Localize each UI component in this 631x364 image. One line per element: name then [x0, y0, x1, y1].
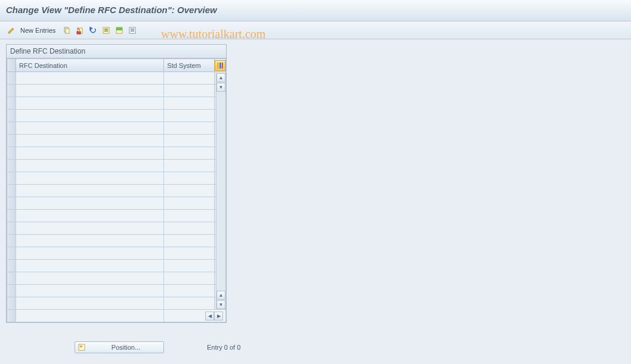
svg-rect-10	[131, 29, 134, 30]
table-row	[7, 160, 226, 172]
row-selector[interactable]	[7, 172, 16, 185]
scroll-left-button[interactable]: ◀	[205, 312, 214, 321]
row-selector[interactable]	[7, 285, 16, 297]
toolbar: New Entries	[0, 21, 631, 39]
delete-icon[interactable]	[75, 25, 85, 36]
svg-rect-12	[217, 63, 219, 69]
cell-std-system[interactable]	[164, 172, 214, 185]
cell-rfc-destination[interactable]	[16, 197, 164, 210]
table-settings-icon[interactable]	[215, 60, 225, 71]
row-selector[interactable]	[7, 160, 16, 172]
cell-std-system[interactable]	[164, 272, 214, 285]
data-grid: RFC Destination Std System	[7, 58, 226, 322]
column-header-selector[interactable]	[7, 59, 16, 72]
row-selector[interactable]	[7, 297, 16, 310]
row-selector[interactable]	[7, 97, 16, 110]
svg-rect-1	[66, 29, 69, 33]
row-selector[interactable]	[7, 72, 16, 85]
cell-rfc-destination[interactable]	[16, 97, 164, 110]
row-selector[interactable]	[7, 247, 16, 260]
cell-std-system[interactable]	[164, 72, 214, 85]
scroll-down-button[interactable]: ▼	[216, 300, 225, 309]
cell-rfc-destination[interactable]	[16, 235, 164, 247]
cell-rfc-destination[interactable]	[16, 172, 164, 185]
table-row	[7, 135, 226, 147]
row-selector[interactable]	[7, 135, 16, 147]
table-row	[7, 122, 226, 135]
table-row	[7, 247, 226, 260]
new-entries-button[interactable]: New Entries	[19, 27, 59, 34]
row-selector[interactable]	[7, 210, 16, 222]
select-all-icon[interactable]	[101, 25, 112, 36]
table-row	[7, 235, 226, 247]
undo-icon[interactable]	[88, 25, 98, 36]
cell-rfc-destination[interactable]	[16, 135, 164, 147]
row-selector[interactable]	[7, 197, 16, 210]
table-row	[7, 85, 226, 97]
cell-rfc-destination[interactable]	[16, 272, 164, 285]
cell-rfc-destination[interactable]	[16, 247, 164, 260]
table-row	[7, 260, 226, 272]
cell-rfc-destination[interactable]	[16, 260, 164, 272]
table-row	[7, 110, 226, 122]
row-selector[interactable]	[7, 185, 16, 197]
cell-std-system[interactable]	[164, 247, 214, 260]
table-row	[7, 172, 226, 185]
cell-std-system[interactable]	[164, 297, 214, 310]
cell-std-system[interactable]	[164, 110, 214, 122]
cell-rfc-destination[interactable]	[16, 147, 164, 160]
row-selector[interactable]	[7, 260, 16, 272]
cell-std-system[interactable]	[164, 235, 214, 247]
table-row	[7, 197, 226, 210]
cell-std-system[interactable]	[164, 210, 214, 222]
cell-rfc-destination[interactable]	[16, 160, 164, 172]
cell-std-system[interactable]	[164, 85, 214, 97]
cell-rfc-destination[interactable]	[16, 72, 164, 85]
column-header-std-system[interactable]: Std System	[164, 59, 214, 72]
cell-rfc-destination[interactable]	[16, 297, 164, 310]
cell-std-system[interactable]	[164, 97, 214, 110]
cell-rfc-destination[interactable]	[16, 210, 164, 222]
cell-std-system[interactable]	[164, 222, 214, 235]
scroll-down-button-upper[interactable]: ▼	[216, 83, 225, 92]
cell-rfc-destination[interactable]	[16, 110, 164, 122]
row-selector[interactable]	[7, 147, 16, 160]
position-button[interactable]: Position...	[75, 341, 164, 353]
row-selector[interactable]	[7, 122, 16, 135]
deselect-all-icon[interactable]	[127, 25, 138, 36]
cell-std-system[interactable]	[164, 197, 214, 210]
vertical-scrollbar[interactable]: ▲ ▼ ▲ ▼	[216, 73, 225, 309]
cell-std-system[interactable]	[164, 185, 214, 197]
row-selector[interactable]	[7, 110, 16, 122]
table-row	[7, 285, 226, 297]
cell-rfc-destination[interactable]	[16, 85, 164, 97]
cell-std-system[interactable]	[164, 135, 214, 147]
row-selector[interactable]	[7, 272, 16, 285]
cell-std-system[interactable]	[164, 285, 214, 297]
table-row	[7, 97, 226, 110]
column-header-rfc-destination[interactable]: RFC Destination	[16, 59, 164, 72]
cell-rfc-destination[interactable]	[16, 222, 164, 235]
select-block-icon[interactable]	[114, 25, 125, 36]
copy-icon[interactable]	[61, 25, 72, 36]
svg-rect-16	[80, 346, 82, 347]
table-panel: Define RFC Destination RFC Destination S…	[6, 44, 227, 323]
cell-rfc-destination[interactable]	[16, 122, 164, 135]
scroll-up-button-lower[interactable]: ▲	[216, 291, 225, 300]
cell-rfc-destination[interactable]	[16, 185, 164, 197]
panel-title: Define RFC Destination	[7, 45, 226, 58]
scroll-up-button[interactable]: ▲	[216, 73, 225, 82]
cell-std-system[interactable]	[164, 160, 214, 172]
cell-std-system[interactable]	[164, 260, 214, 272]
scroll-right-button[interactable]: ▶	[214, 312, 223, 321]
pencil-icon[interactable]	[6, 25, 17, 36]
table-row	[7, 185, 226, 197]
row-selector[interactable]	[7, 235, 16, 247]
row-selector[interactable]	[7, 222, 16, 235]
cell-std-system[interactable]	[164, 122, 214, 135]
row-selector[interactable]	[7, 85, 16, 97]
cell-std-system[interactable]	[164, 147, 214, 160]
svg-rect-5	[104, 29, 108, 30]
svg-rect-13	[219, 63, 221, 69]
cell-rfc-destination[interactable]	[16, 285, 164, 297]
